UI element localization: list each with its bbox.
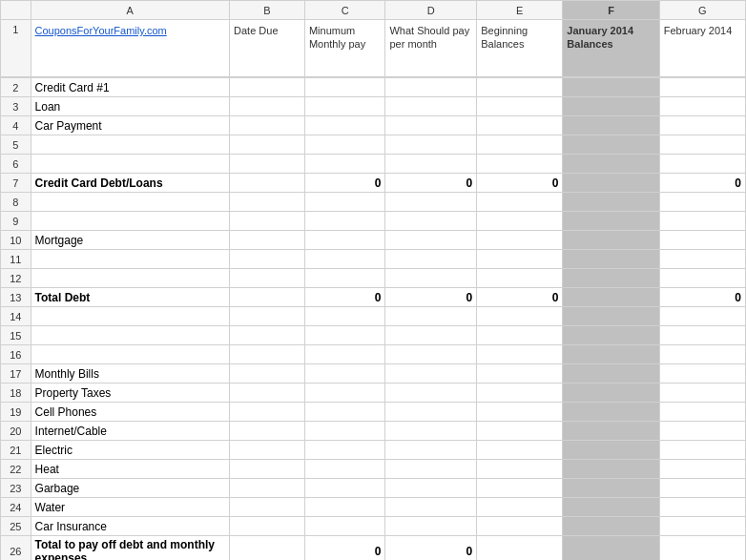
cell-e3 (477, 97, 563, 116)
cell-g8 (659, 193, 745, 212)
cell-a1[interactable]: CouponsForYourFamily.com (31, 20, 229, 77)
cell-e15 (477, 326, 563, 345)
corner-cell (1, 1, 31, 20)
cell-c7: 0 (304, 174, 385, 193)
cell-e19 (477, 403, 563, 422)
cell-e9 (477, 212, 563, 231)
cell-d24 (385, 498, 477, 517)
cell-f14 (563, 307, 659, 326)
cell-d12 (385, 269, 477, 288)
cell-a17: Monthly Bills (31, 364, 229, 384)
row-num-11: 11 (1, 250, 31, 269)
col-header-c[interactable]: C (304, 1, 385, 20)
cell-f13 (563, 288, 659, 307)
table-row: 5 (1, 135, 746, 155)
cell-c5 (304, 135, 385, 155)
row-num-9: 9 (1, 212, 31, 231)
cell-b18 (230, 384, 305, 403)
row-num-18: 18 (1, 384, 31, 403)
cell-a14 (31, 307, 229, 326)
cell-e17 (477, 364, 563, 384)
cell-g17 (659, 364, 745, 384)
row-num-5: 5 (1, 135, 31, 155)
cell-f4 (563, 116, 659, 135)
table-row: 6 (1, 155, 746, 174)
cell-f11 (563, 250, 659, 269)
table-row: 2Credit Card #1 (1, 78, 746, 97)
cell-a25: Car Insurance (31, 517, 229, 536)
row-num-3: 3 (1, 97, 31, 116)
cell-a20: Internet/Cable (31, 422, 229, 441)
cell-d25 (385, 517, 477, 536)
cell-c23 (304, 479, 385, 498)
row-num-22: 22 (1, 460, 31, 479)
cell-f17 (563, 364, 659, 384)
col-header-e[interactable]: E (477, 1, 563, 20)
cell-f25 (563, 517, 659, 536)
table-row: 21Electric (1, 441, 746, 460)
cell-e14 (477, 307, 563, 326)
site-link[interactable]: CouponsForYourFamily.com (35, 25, 167, 36)
table-row: 24Water (1, 498, 746, 517)
cell-d23 (385, 479, 477, 498)
cell-g23 (659, 479, 745, 498)
col-header-f[interactable]: F (563, 1, 659, 20)
cell-b26 (230, 536, 305, 561)
cell-c9 (304, 212, 385, 231)
cell-g6 (659, 155, 745, 174)
row-num-4: 4 (1, 116, 31, 135)
cell-c10 (304, 231, 385, 250)
cell-e5 (477, 135, 563, 155)
cell-a15 (31, 326, 229, 345)
cell-b9 (230, 212, 305, 231)
cell-d18 (385, 384, 477, 403)
cell-e16 (477, 345, 563, 364)
cell-d19 (385, 403, 477, 422)
col-header-a[interactable]: A (31, 1, 229, 20)
cell-e20 (477, 422, 563, 441)
cell-g15 (659, 326, 745, 345)
cell-a9 (31, 212, 229, 231)
cell-a22: Heat (31, 460, 229, 479)
cell-a8 (31, 193, 229, 212)
col-header-g[interactable]: G (659, 1, 745, 20)
cell-f21 (563, 441, 659, 460)
cell-a3: Loan (31, 97, 229, 116)
table-row: 7Credit Card Debt/Loans0000 (1, 174, 746, 193)
cell-a4: Car Payment (31, 116, 229, 135)
table-row: 17Monthly Bills (1, 364, 746, 384)
col-header-d[interactable]: D (385, 1, 477, 20)
cell-e21 (477, 441, 563, 460)
cell-e12 (477, 269, 563, 288)
cell-g10 (659, 231, 745, 250)
cell-c11 (304, 250, 385, 269)
cell-g1: February 2014 (659, 20, 745, 77)
cell-a10: Mortgage (31, 231, 229, 250)
cell-d13: 0 (385, 288, 477, 307)
cell-a7: Credit Card Debt/Loans (31, 174, 229, 193)
cell-e26 (477, 536, 563, 561)
cell-e2 (477, 78, 563, 97)
row-num-7: 7 (1, 174, 31, 193)
col-header-b[interactable]: B (230, 1, 305, 20)
cell-b1: Date Due (230, 20, 305, 77)
cell-f22 (563, 460, 659, 479)
cell-c20 (304, 422, 385, 441)
row-num-19: 19 (1, 403, 31, 422)
row-num-21: 21 (1, 441, 31, 460)
cell-f6 (563, 155, 659, 174)
cell-c14 (304, 307, 385, 326)
row-num-24: 24 (1, 498, 31, 517)
cell-d5 (385, 135, 477, 155)
cell-d22 (385, 460, 477, 479)
cell-e18 (477, 384, 563, 403)
row-num-26: 26 (1, 536, 31, 561)
cell-b3 (230, 97, 305, 116)
row-num-12: 12 (1, 269, 31, 288)
table-row: 25Car Insurance (1, 517, 746, 536)
cell-d26: 0 (385, 536, 477, 561)
cell-e7: 0 (477, 174, 563, 193)
cell-g3 (659, 97, 745, 116)
table-row: 12 (1, 269, 746, 288)
cell-g2 (659, 78, 745, 97)
